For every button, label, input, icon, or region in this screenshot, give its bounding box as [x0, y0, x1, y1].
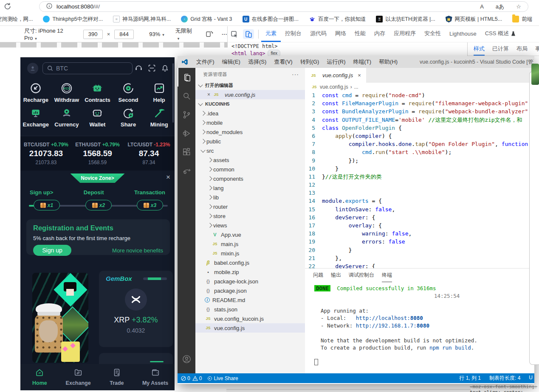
- tree-folder-src[interactable]: src: [195, 146, 305, 155]
- menu-item[interactable]: 终端(T): [349, 58, 375, 66]
- shortcut-share[interactable]: Share: [113, 103, 144, 128]
- image-thumbnail[interactable]: [531, 64, 539, 85]
- bookmark-item[interactable]: Thinkphp5中怎样对...: [43, 16, 103, 23]
- tree-file-babel.config.js[interactable]: βbabel.config.js: [195, 258, 305, 267]
- tree-file-vue.config_kucoin.js[interactable]: JSvue.config_kucoin.js: [195, 314, 305, 323]
- novice-reward-badge[interactable]: x3: [137, 200, 163, 210]
- tree-folder-store[interactable]: store: [195, 211, 305, 221]
- menu-item[interactable]: 编辑(E): [218, 58, 244, 66]
- tree-file-mixin.js[interactable]: JSmixin.js: [195, 249, 305, 258]
- tree-folder-router[interactable]: router: [195, 202, 305, 211]
- viewport-width-input[interactable]: [83, 30, 103, 39]
- toggle-device-toolbar-icon[interactable]: [243, 29, 254, 39]
- menu-item[interactable]: 运行(R): [323, 58, 349, 66]
- tree-folder-public[interactable]: public: [195, 137, 305, 146]
- favorite-star-icon[interactable]: ☆: [516, 3, 521, 10]
- bookmark-item[interactable]: Ξ以太坊ETH浏览器 |...: [376, 16, 435, 23]
- novice-reward-badge[interactable]: x2: [85, 200, 112, 210]
- terminal-link[interactable]: http://localhost:: [356, 315, 410, 321]
- support-headset-icon[interactable]: [134, 64, 143, 74]
- live-share-icon[interactable]: [178, 161, 195, 180]
- translate-icon[interactable]: aあ: [496, 3, 505, 11]
- source-control-icon[interactable]: [178, 105, 195, 124]
- styles-tab[interactable]: 布局: [516, 42, 528, 56]
- tree-file-vue.config.js[interactable]: JSvue.config.js: [195, 323, 305, 333]
- novice-step-link[interactable]: Transaction: [134, 189, 165, 196]
- panel-tab[interactable]: 输出: [331, 269, 341, 282]
- throttling-selector[interactable]: 无限制▾: [175, 27, 195, 41]
- tree-folder-components[interactable]: components: [195, 174, 305, 183]
- menu-item[interactable]: 帮助(H): [375, 58, 401, 66]
- reload-icon[interactable]: [3, 2, 12, 11]
- menu-item[interactable]: 查看(V): [270, 58, 296, 66]
- more-novice-benefits-link[interactable]: More novice benefits: [112, 247, 163, 254]
- avatar[interactable]: [27, 63, 38, 74]
- bookmark-item[interactable]: U在线多图合一拼图...: [243, 16, 299, 23]
- devtools-tab[interactable]: 性能: [350, 26, 370, 42]
- panel-tab[interactable]: 问题: [313, 269, 323, 282]
- bookmark-item[interactable]: ▣网页模板 | HTML5...: [446, 16, 502, 23]
- gembox-card[interactable]: GemBox XRP +3.82% 0.4032: [99, 271, 173, 347]
- devtools-tab[interactable]: Lighthouse: [445, 26, 481, 42]
- novice-zone-ribbon[interactable]: Novice Zone>: [71, 174, 125, 183]
- warnings-indicator[interactable]: 0: [192, 375, 202, 381]
- address-bar[interactable]: localhost:8080/#/ A aあ ☆: [39, 1, 528, 12]
- tree-folder-common[interactable]: common: [195, 165, 305, 174]
- devtools-tab[interactable]: 网络: [331, 26, 350, 42]
- viewport-height-input[interactable]: [114, 30, 134, 39]
- terminal-output[interactable]: DONE Compiled successfully in 3616ms14:2…: [305, 282, 534, 367]
- devtools-tab[interactable]: 安全性: [420, 26, 445, 42]
- nav-item-home[interactable]: Home: [20, 364, 59, 390]
- tree-file-app.vue[interactable]: VApp.vue: [195, 230, 305, 239]
- terminal-link[interactable]: 8080: [417, 322, 429, 329]
- search-icon[interactable]: [178, 87, 195, 105]
- more-options-icon[interactable]: ···: [222, 31, 227, 37]
- project-root-header[interactable]: KUCOINH5: [195, 99, 305, 109]
- terminal-link[interactable]: 8080: [410, 315, 423, 321]
- tree-file-package.json[interactable]: {}package.json: [195, 286, 305, 295]
- novice-step-link[interactable]: Sign up>: [30, 189, 53, 196]
- tree-folder-lang[interactable]: lang: [195, 183, 305, 193]
- devtools-tab[interactable]: 源代码: [306, 26, 331, 42]
- html-node[interactable]: <html lang>flex: [231, 50, 466, 56]
- explorer-icon[interactable]: [178, 68, 195, 87]
- site-info-icon[interactable]: [46, 3, 52, 11]
- bookmark-item[interactable]: 前端: [512, 16, 532, 23]
- shortcut-wallet[interactable]: Wallet: [82, 103, 113, 128]
- breadcrumb[interactable]: JS vue.config.js › ...: [305, 83, 534, 91]
- shortcut-contracts[interactable]: Contracts: [82, 78, 113, 103]
- tree-folder-views[interactable]: views: [195, 221, 305, 230]
- styles-tab[interactable]: 事件侦听器: [535, 42, 539, 56]
- tree-folder-assets[interactable]: assets: [195, 155, 305, 165]
- scan-icon[interactable]: [147, 64, 156, 74]
- tree-file-mobile.zip[interactable]: ▪mobile.zip: [195, 267, 305, 277]
- errors-indicator[interactable]: 0: [181, 375, 190, 381]
- menu-item[interactable]: 转到(G): [296, 58, 323, 66]
- novice-reward-badge[interactable]: x1: [34, 200, 60, 210]
- nav-item-my-assets[interactable]: My Assets: [136, 364, 175, 390]
- shortcut-withdraw[interactable]: KCSWithdraw: [51, 78, 82, 103]
- shortcut-help[interactable]: Help: [144, 78, 175, 103]
- terminal-link[interactable]: http://192.168.1.7:: [356, 322, 417, 329]
- shortcut-recharge[interactable]: Recharge: [20, 78, 51, 103]
- devtools-tab[interactable]: 控制台: [281, 26, 306, 42]
- shortcut-currency[interactable]: Currency: [51, 103, 82, 128]
- notifications-bell-icon[interactable]: [161, 64, 169, 74]
- ticker-column[interactable]: ETH/USDT +0.79%1568.591568.59: [72, 136, 123, 171]
- bookmark-item[interactable]: 空间测绘，网...: [0, 16, 33, 23]
- rotate-device-icon[interactable]: [206, 30, 213, 39]
- read-aloud-icon[interactable]: A: [480, 3, 484, 10]
- shortcut-exchange[interactable]: Exchange: [20, 103, 51, 128]
- novice-step-link[interactable]: Deposit: [84, 189, 104, 196]
- nav-item-trade[interactable]: Trade: [98, 364, 136, 390]
- ticker-column[interactable]: BTC/USDT +0.79%21073.8321073.83: [20, 136, 72, 171]
- devtools-tab[interactable]: 应用程序: [389, 26, 420, 42]
- url-text[interactable]: localhost:8080/#/: [56, 3, 100, 10]
- panel-tab[interactable]: 调试控制台: [349, 269, 374, 282]
- tree-folder-mobile[interactable]: mobile: [195, 118, 305, 127]
- close-icon[interactable]: ×: [166, 173, 170, 182]
- tree-file-readme.md[interactable]: iREADME.md: [195, 295, 305, 305]
- status-item[interactable]: 行 1, 列 1: [459, 375, 481, 382]
- bookmark-item[interactable]: 百度一下，你就知道: [309, 16, 366, 23]
- more-actions-icon[interactable]: ···: [292, 71, 299, 78]
